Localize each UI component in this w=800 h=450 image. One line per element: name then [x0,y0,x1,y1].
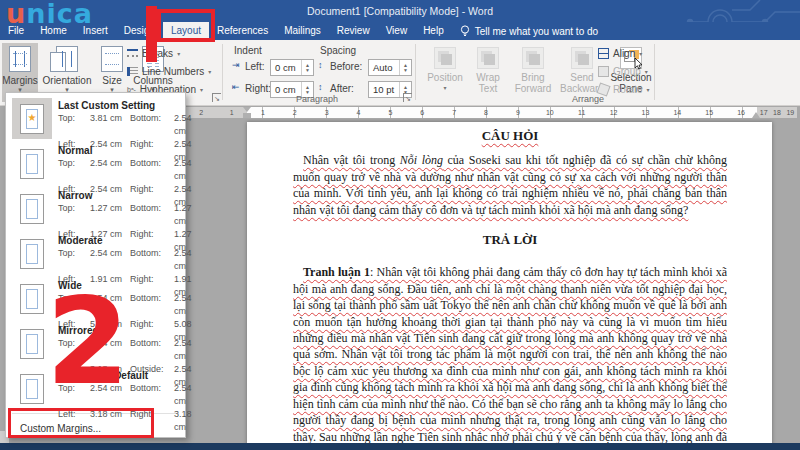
margin-top-value: 2.54 cm [88,247,130,273]
spinner-arrows-icon[interactable]: ▲▼ [301,60,313,75]
margin-bottom-label: Bottom: [130,202,174,228]
chevron-down-icon: ▾ [200,86,203,93]
doc-heading-tra-loi: TRẢ LỜI [293,232,727,248]
tell-me-box[interactable]: Tell me what you want to do [452,22,606,40]
margins-menu-item[interactable]: Normal Top:2.54 cm Bottom:2.54 cm Left:2… [6,141,185,186]
breaks-icon [127,49,138,57]
tab-review[interactable]: Review [329,22,378,40]
line-numbers-button[interactable]: Line Numbers ▾ [127,64,211,78]
ruler-number: 8 [470,107,502,118]
margins-menu-item[interactable]: Moderate Top:2.54 cm Bottom:2.54 cm Left… [6,231,185,276]
page-margins-icon [20,149,44,179]
margin-top-label: Top: [58,247,88,273]
indent-left-value: 0 cm [271,62,301,73]
page-margins-icon [20,194,44,224]
ruler-number: 19 [784,107,797,118]
ruler-number: 10 [534,107,566,118]
ruler-number: 12 [598,107,630,118]
page-margins-icon [20,329,44,359]
line-numbers-icon [127,67,138,76]
ruler-number: 18 [770,107,783,118]
chevron-down-icon: ▾ [177,50,180,57]
spacing-before-input[interactable]: Auto ▲▼ [368,59,412,76]
bring-forward-button: Bring Forward [510,43,556,102]
annotation-step2-digit: 2 [46,282,130,402]
margins-icon [9,46,31,72]
ruler-number: 14 [661,107,693,118]
margin-top-label: Top: [58,202,88,228]
status-bar [0,443,800,450]
bring-forward-label: Bring Forward [510,72,556,94]
group-divider [654,44,655,100]
page-setup-dialog-launcher[interactable]: ↘ [212,93,221,102]
ruler-number: 5 [375,107,407,118]
margin-right-value: 3.18 cm [174,408,192,434]
wrap-text-icon [477,47,499,69]
tell-me-label: Tell me what you want to do [475,26,598,37]
margin-bottom-label: Bottom: [130,292,174,318]
indent-right-icon: ⇤ [232,82,240,92]
star-icon: ★ [21,113,43,123]
position-label: Position [427,72,463,83]
lightbulb-icon [460,25,470,37]
orientation-label: Orientation [43,75,92,86]
group-divider [415,44,416,100]
group-divider [222,44,223,100]
doc-paragraph-question: Nhân vật tôi trong Nỗi lòng của Soseki s… [293,152,727,218]
first-line-indent-marker[interactable] [243,107,251,112]
doc-heading-cau-hoi: CÂU HỎI [293,128,727,144]
margin-right-label: Right: [130,408,174,434]
chevron-down-icon: ▾ [645,68,648,75]
ruler-number: 13 [630,107,662,118]
margin-preset-name: Normal [58,144,192,157]
chevron-down-icon: ▾ [208,68,211,75]
margins-menu-item[interactable]: ★ Last Custom Setting Top:3.81 cm Bottom… [6,96,185,141]
tab-references[interactable]: References [209,22,276,40]
paragraph-dialog-launcher[interactable]: ↘ [403,93,412,102]
ruler-number: 9 [502,107,534,118]
ribbon-tab-bar: File Home Insert Design Layout 1 Referen… [0,22,800,40]
page-margins-icon [20,284,44,314]
margin-preset-name: Last Custom Setting [58,99,192,112]
margins-menu-item[interactable]: Narrow Top:1.27 cm Bottom:1.27 cm Left:1… [6,186,185,231]
spinner-arrows-icon[interactable]: ▲▼ [399,60,411,75]
paragraph-group-label: Paragraph [296,94,338,104]
margin-bottom-label: Bottom: [130,382,174,408]
ruler-number: 2 [279,107,311,118]
bring-forward-icon [522,47,544,69]
right-indent-marker[interactable] [752,112,760,118]
indent-left-input[interactable]: 0 cm ▲▼ [270,59,314,76]
margin-top-value: 3.81 cm [88,112,130,138]
rotate-label: Rotate [613,84,642,95]
arrange-group-label: Arrange [572,94,604,104]
margin-bottom-value: 1.27 cm [174,202,192,228]
size-label: Size [102,75,121,86]
margin-bottom-value: 2.54 cm [174,247,192,273]
margin-top-value: 1.27 cm [88,202,130,228]
margin-bottom-value: 2.54 cm [174,337,192,363]
tab-layout[interactable]: Layout 1 [163,22,209,40]
align-icon [598,48,609,59]
rotate-button: Rotate ▾ [598,82,654,97]
group-button: Group ▾ [598,64,654,79]
logo-letters-nica: nica [26,0,93,29]
page-margins-icon: ★ [20,104,44,134]
spacing-before-icon: ↕ [318,60,323,70]
align-button[interactable]: Align ▾ [598,46,654,61]
left-indent-marker[interactable] [243,113,251,118]
position-button: Position ▾ [424,43,466,102]
tab-help[interactable]: Help [415,22,452,40]
annotation-step1-digit: 1 [146,6,157,62]
indent-right-field-label: Right: [245,83,271,94]
ruler-left-margin-area: 21 [186,107,247,118]
margin-preset-iconwrap [12,233,52,274]
tab-mailings[interactable]: Mailings [276,22,329,40]
tab-view[interactable]: View [378,22,416,40]
document-page[interactable]: CÂU HỎI Nhân vật tôi trong Nỗi lòng của … [247,122,772,443]
chevron-down-icon: ▾ [443,83,446,94]
ruler-right-margin-area: 171819 [757,107,797,118]
chevron-down-icon: ▾ [639,50,642,57]
line-numbers-label: Line Numbers [142,66,204,77]
ruler-number: 7 [438,107,470,118]
margin-bottom-value: 2.54 cm [174,382,192,408]
